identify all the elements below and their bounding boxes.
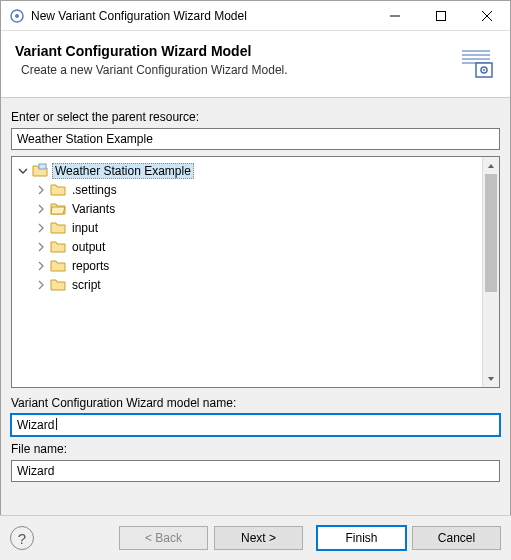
model-name-label: Variant Configuration Wizard model name: xyxy=(11,396,500,410)
help-icon: ? xyxy=(18,530,26,547)
maximize-button[interactable] xyxy=(418,1,464,31)
parent-resource-input[interactable] xyxy=(11,128,500,150)
expand-icon[interactable] xyxy=(34,183,48,197)
tree-item[interactable]: script xyxy=(12,275,482,294)
scroll-up-icon[interactable] xyxy=(483,157,499,174)
finish-button[interactable]: Finish xyxy=(317,526,406,550)
tree-item[interactable]: Variants xyxy=(12,199,482,218)
folder-icon xyxy=(50,259,66,273)
scroll-down-icon[interactable] xyxy=(483,370,499,387)
tree-item-label: reports xyxy=(70,259,111,273)
tree-root-label: Weather Station Example xyxy=(52,163,194,179)
tree-scrollbar[interactable] xyxy=(482,157,499,387)
file-name-label: File name: xyxy=(11,442,500,456)
tree-item[interactable]: reports xyxy=(12,256,482,275)
scroll-thumb[interactable] xyxy=(485,174,497,292)
parent-resource-label: Enter or select the parent resource: xyxy=(11,110,500,124)
expand-icon[interactable] xyxy=(34,221,48,235)
resource-tree[interactable]: Weather Station Example .settings Varian… xyxy=(11,156,500,388)
folder-icon xyxy=(50,221,66,235)
expand-icon[interactable] xyxy=(34,278,48,292)
banner: Variant Configuration Wizard Model Creat… xyxy=(1,31,510,98)
titlebar: New Variant Configuration Wizard Model xyxy=(1,1,510,31)
back-button: < Back xyxy=(119,526,208,550)
svg-point-12 xyxy=(483,69,485,71)
folder-open-icon xyxy=(50,202,66,216)
window-title: New Variant Configuration Wizard Model xyxy=(31,9,372,23)
tree-item[interactable]: .settings xyxy=(12,180,482,199)
wizard-icon xyxy=(456,43,496,83)
help-button[interactable]: ? xyxy=(10,526,34,550)
project-icon xyxy=(32,163,48,179)
svg-rect-13 xyxy=(39,164,46,169)
expand-icon[interactable] xyxy=(34,259,48,273)
app-icon xyxy=(9,8,25,24)
tree-item-label: output xyxy=(70,240,107,254)
tree-item-label: .settings xyxy=(70,183,119,197)
tree-item[interactable]: output xyxy=(12,237,482,256)
banner-subtitle: Create a new Variant Configuration Wizar… xyxy=(21,63,456,77)
svg-point-1 xyxy=(15,14,19,18)
expand-icon[interactable] xyxy=(34,240,48,254)
tree-item-label: input xyxy=(70,221,100,235)
expand-icon[interactable] xyxy=(34,202,48,216)
banner-title: Variant Configuration Wizard Model xyxy=(15,43,456,59)
svg-rect-3 xyxy=(437,11,446,20)
file-name-input[interactable] xyxy=(11,460,500,482)
next-button[interactable]: Next > xyxy=(214,526,303,550)
scroll-track[interactable] xyxy=(483,174,499,370)
minimize-button[interactable] xyxy=(372,1,418,31)
tree-item-label: Variants xyxy=(70,202,117,216)
close-button[interactable] xyxy=(464,1,510,31)
tree-root[interactable]: Weather Station Example xyxy=(12,161,482,180)
button-bar: ? < Back Next > Finish Cancel xyxy=(0,515,511,560)
folder-icon xyxy=(50,183,66,197)
model-name-input[interactable] xyxy=(11,414,500,436)
tree-item[interactable]: input xyxy=(12,218,482,237)
folder-icon xyxy=(50,278,66,292)
tree-item-label: script xyxy=(70,278,103,292)
cancel-button[interactable]: Cancel xyxy=(412,526,501,550)
collapse-icon[interactable] xyxy=(16,164,30,178)
folder-icon xyxy=(50,240,66,254)
